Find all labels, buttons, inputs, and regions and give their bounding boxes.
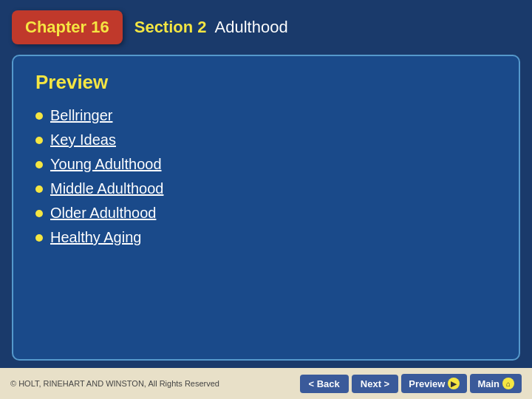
bullet-link[interactable]: Older Adulthood <box>50 205 156 222</box>
bullet-link[interactable]: Bellringer <box>50 107 112 124</box>
bullet-link[interactable]: Healthy Aging <box>50 229 141 246</box>
bullet-dot-icon <box>35 112 43 120</box>
main-icon: ⌂ <box>502 378 514 389</box>
next-label: Next > <box>361 378 389 389</box>
bullet-dot-icon <box>35 234 43 242</box>
preview-button[interactable]: Preview ▶ <box>401 374 467 393</box>
bullet-link[interactable]: Key Ideas <box>50 132 116 149</box>
list-item: Healthy Aging <box>35 229 497 246</box>
header: Chapter 16 Section 2 Adulthood <box>0 0 532 52</box>
next-button[interactable]: Next > <box>352 375 398 393</box>
chapter-badge: Chapter 16 <box>12 10 123 44</box>
bullet-dot-icon <box>35 185 43 193</box>
list-item: Key Ideas <box>35 132 497 149</box>
back-button[interactable]: < Back <box>300 375 349 393</box>
section-number: Section 2 <box>134 18 207 36</box>
bullet-link[interactable]: Young Adulthood <box>50 156 162 173</box>
page-wrapper: Chapter 16 Section 2 Adulthood Preview B… <box>0 0 532 399</box>
back-label: < Back <box>309 378 340 389</box>
main-label: Main <box>477 378 499 389</box>
preview-label: Preview <box>409 378 445 389</box>
footer-buttons: < Back Next > Preview ▶ Main ⌂ <box>300 374 522 393</box>
section-title: Section 2 Adulthood <box>134 18 288 37</box>
list-item: Older Adulthood <box>35 205 497 222</box>
preview-icon: ▶ <box>448 378 460 389</box>
list-item: Bellringer <box>35 107 497 124</box>
section-name: Adulthood <box>215 18 288 36</box>
preview-title: Preview <box>35 71 497 94</box>
bullet-dot-icon <box>35 210 43 217</box>
list-item: Young Adulthood <box>35 156 497 173</box>
main-button[interactable]: Main ⌂ <box>470 374 522 393</box>
list-item: Middle Adulthood <box>35 180 497 197</box>
bullet-list: BellringerKey IdeasYoung AdulthoodMiddle… <box>35 107 497 246</box>
copyright-text: © HOLT, RINEHART AND WINSTON, All Rights… <box>10 379 219 388</box>
footer: © HOLT, RINEHART AND WINSTON, All Rights… <box>0 368 532 399</box>
chapter-label: Chapter 16 <box>25 18 109 36</box>
bullet-link[interactable]: Middle Adulthood <box>50 180 163 197</box>
content-card: Preview BellringerKey IdeasYoung Adultho… <box>12 55 520 361</box>
bullet-dot-icon <box>35 161 43 168</box>
bullet-dot-icon <box>35 137 43 144</box>
